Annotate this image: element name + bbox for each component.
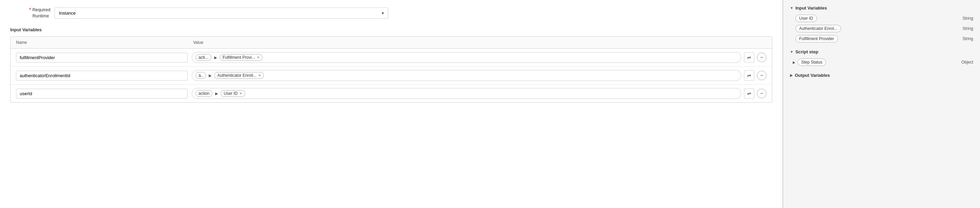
table-row: acti... ▶ Fulfillment Provi... × ⇌ − [11,49,772,67]
step-status-left: ▶ Step Status [793,58,826,66]
authenticator-enrollment-value-container: a.. ▶ Authenticator Enroll... × ⇌ − [192,70,767,81]
filter-icon: ⇌ [747,73,751,78]
user-id-pill-wrapper[interactable]: action ▶ User ID × [192,88,741,99]
step-status-type: Object [961,60,973,65]
script-step-triangle-icon: ▼ [790,50,794,54]
authenticator-enrollment-pill-wrapper[interactable]: a.. ▶ Authenticator Enroll... × [192,70,741,81]
minus-icon: − [760,54,763,60]
sidebar-fulfillment-provider-pill[interactable]: Fulfillment Provider [795,35,838,43]
sidebar-input-variables-section: ▼ Input Variables User ID String Authent… [790,5,973,43]
authenticator-filter-btn[interactable]: ⇌ [744,70,754,80]
tag-label: acti... [199,55,208,60]
required-runtime-label: * RequiredRuntime [10,7,54,19]
user-id-tag-action: action [196,90,213,97]
table-header: Name Value [11,37,772,49]
arrow-icon: ▶ [214,55,217,60]
col-value-header: Value [193,40,767,45]
filter-icon: ⇌ [747,55,751,60]
fulfillment-provider-value-container: acti... ▶ Fulfillment Provi... × ⇌ − [192,52,767,63]
sidebar-user-id-pill[interactable]: User ID [795,15,817,22]
sidebar-fulfillment-provider-row: Fulfillment Provider String [790,35,973,43]
user-id-name-input[interactable] [16,89,188,99]
fulfillment-provider-filter-btn[interactable]: ⇌ [744,52,754,63]
col-name-header: Name [16,40,193,45]
minus-icon: − [760,72,763,79]
runtime-select[interactable]: Instance [54,8,388,19]
right-sidebar: ▼ Input Variables User ID String Authent… [783,0,980,208]
tag-label: a.. [199,73,203,78]
fulfillment-provider-remove-btn[interactable]: × [256,55,259,60]
sidebar-authenticator-row: Authenticator Enrol... String [790,25,973,32]
fulfillment-provider-tag-acti: acti... [196,54,212,61]
filter-icon: ⇌ [747,91,751,96]
user-id-minus-btn[interactable]: − [757,89,767,98]
table-row: a.. ▶ Authenticator Enroll... × ⇌ − [11,67,772,85]
authenticator-tag-main: Authenticator Enroll... × [214,72,264,79]
tag-label: Authenticator Enroll... [217,73,256,78]
fulfillment-provider-name-input[interactable] [16,53,188,63]
authenticator-remove-btn[interactable]: × [258,73,261,77]
sidebar-user-id-type: String [963,16,973,21]
user-id-value-container: action ▶ User ID × ⇌ − [192,88,767,99]
table-row: action ▶ User ID × ⇌ − [11,85,772,102]
step-status-pill[interactable]: Step Status [797,58,826,66]
sidebar-output-variables-section: ▶ Output Variables [790,73,973,78]
sidebar-authenticator-type: String [963,26,973,31]
sidebar-authenticator-pill[interactable]: Authenticator Enrol... [795,25,841,32]
required-runtime-row: * RequiredRuntime Instance ▾ [10,7,772,19]
step-status-row: ▶ Step Status Object [790,58,973,66]
input-variables-table: Name Value acti... ▶ Fulfillment Provi..… [10,36,772,102]
collapse-triangle-icon: ▼ [790,6,794,10]
fulfillment-provider-minus-btn[interactable]: − [757,53,767,62]
input-variables-title: Input Variables [10,27,772,32]
user-id-tag-main: User ID × [221,90,245,97]
authenticator-tag-a: a.. [196,72,206,79]
required-runtime-text: RequiredRuntime [32,7,50,19]
fulfillment-provider-pill-wrapper[interactable]: acti... ▶ Fulfillment Provi... × [192,52,741,63]
sidebar-script-step-label: Script step [795,49,818,54]
step-status-triangle-icon: ▶ [793,60,795,64]
sidebar-user-id-row: User ID String [790,15,973,22]
sidebar-output-variables-header[interactable]: ▶ Output Variables [790,73,973,78]
authenticator-minus-btn[interactable]: − [757,71,767,80]
output-variables-triangle-icon: ▶ [790,73,793,77]
user-id-remove-btn[interactable]: × [239,91,242,96]
user-id-filter-btn[interactable]: ⇌ [744,88,754,99]
tag-label: User ID [224,91,238,96]
fulfillment-provider-tag-main: Fulfillment Provi... × [220,54,262,61]
sidebar-input-variables-header[interactable]: ▼ Input Variables [790,5,973,11]
arrow-icon: ▶ [215,91,218,96]
authenticator-enrollment-name-input[interactable] [16,71,188,80]
arrow-icon: ▶ [209,73,212,78]
sidebar-output-variables-label: Output Variables [795,73,830,78]
runtime-select-wrapper: Instance ▾ [54,8,388,19]
sidebar-input-variables-label: Input Variables [795,5,827,11]
tag-label: action [199,91,209,96]
required-asterisk: * [29,6,31,13]
main-panel: * RequiredRuntime Instance ▾ Input Varia… [0,0,783,208]
sidebar-script-step-header[interactable]: ▼ Script step [790,49,973,54]
sidebar-fulfillment-provider-type: String [963,36,973,41]
tag-label: Fulfillment Provi... [223,55,255,60]
sidebar-script-step-section: ▼ Script step ▶ Step Status Object [790,49,973,66]
minus-icon: − [760,90,763,96]
